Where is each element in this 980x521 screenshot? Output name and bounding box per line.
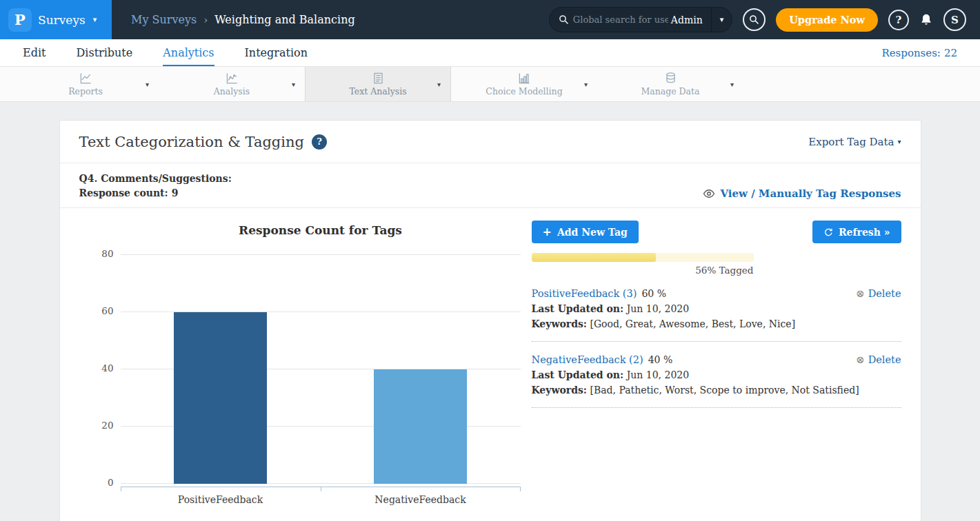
search-scope-dropdown[interactable]: Admin	[668, 14, 711, 25]
chevron-down-icon: ▾	[897, 138, 901, 145]
top-bar: P Surveys ▾ My Surveys › Weighting and B…	[0, 0, 980, 39]
view-link-label: View / Manually Tag Responses	[720, 187, 901, 200]
tag-item: PositiveFeedback (3) 60 % ⊗ Delete Last …	[532, 286, 901, 342]
notifications-bell-icon[interactable]	[919, 13, 933, 27]
help-question-icon: ?	[896, 14, 902, 26]
tab-choice-modelling[interactable]: Choice Modelling ▾	[451, 67, 597, 101]
bar-chart-icon	[518, 72, 531, 85]
tab-manage-data[interactable]: Manage Data ▾	[597, 67, 743, 101]
keywords-label: Keywords:	[532, 385, 588, 396]
updated-value: Jun 10, 2020	[627, 369, 689, 380]
tag-updated: Last Updated on: Jun 10, 2020	[532, 301, 901, 316]
responses-count: Responses: 22	[881, 39, 957, 66]
nav-edit[interactable]: Edit	[23, 39, 46, 66]
nav-distribute[interactable]: Distribute	[76, 39, 132, 66]
refresh-button[interactable]: Refresh »	[812, 221, 901, 243]
tagged-progress-fill	[532, 253, 656, 262]
bar-positivefeedback	[174, 312, 267, 484]
nav-integration[interactable]: Integration	[245, 39, 308, 66]
global-search-box[interactable]: Admin ▾	[549, 7, 732, 32]
bar-negativefeedback	[374, 369, 467, 484]
y-tick-label: 0	[88, 477, 114, 488]
chevron-down-icon[interactable]: ▾	[146, 81, 149, 88]
card-header: Text Categorization & Tagging ? Export T…	[60, 121, 921, 163]
chart-title: Response Count for Tags	[121, 221, 521, 237]
refresh-label: Refresh »	[839, 227, 890, 238]
surveys-menu-label: Surveys	[38, 13, 86, 27]
updated-label: Last Updated on:	[532, 369, 624, 380]
tags-panel: + Add New Tag Refresh » 56% Tagged	[521, 221, 901, 505]
tab-text-analysis[interactable]: Text Analysis ▾	[305, 67, 451, 101]
surveys-menu[interactable]: P Surveys ▾	[0, 0, 112, 39]
analytics-tab-strip: Reports ▾ Analysis ▾ Text Analysis ▾ Cho…	[0, 67, 980, 102]
chevron-down-icon[interactable]: ▾	[437, 81, 441, 88]
nav-analytics[interactable]: Analytics	[163, 39, 214, 66]
responses-label: Responses:	[881, 47, 941, 59]
export-label: Export Tag Data	[808, 136, 894, 148]
view-manually-tag-link[interactable]: View / Manually Tag Responses	[703, 187, 901, 201]
survey-nav: Edit Distribute Analytics Integration Re…	[0, 39, 980, 67]
document-icon	[372, 72, 385, 85]
tag-item: NegativeFeedback (2) 40 % ⊗ Delete Last …	[532, 352, 901, 408]
avatar-letter: S	[951, 14, 959, 26]
delete-tag-button[interactable]: ⊗ Delete	[856, 352, 901, 367]
tab-label: Manage Data	[641, 86, 699, 96]
questionpro-logo[interactable]: P	[8, 8, 32, 32]
tag-percent: 40 %	[648, 352, 673, 367]
question-label: Q4. Comments/Suggestions:	[79, 172, 232, 186]
circle-x-icon: ⊗	[856, 352, 865, 367]
chart-x-axis	[121, 487, 521, 491]
response-count-label: Response count:	[79, 187, 168, 198]
chevron-down-icon[interactable]: ▾	[730, 81, 734, 88]
tag-chart: Response Count for Tags 020406080 Positi…	[79, 221, 521, 505]
page-title: Text Categorization & Tagging	[79, 134, 304, 150]
tag-name-link[interactable]: PositiveFeedback (3)	[532, 286, 637, 301]
database-icon	[664, 72, 677, 85]
help-glyph: ?	[317, 136, 322, 147]
keywords-value: [Bad, Pathetic, Worst, Scope to improve,…	[590, 385, 859, 396]
user-avatar[interactable]: S	[943, 8, 966, 31]
search-input[interactable]	[573, 14, 668, 25]
tags-toolbar: + Add New Tag Refresh »	[532, 221, 901, 243]
question-info: Q4. Comments/Suggestions: Response count…	[79, 172, 232, 201]
help-button[interactable]: ?	[888, 10, 909, 30]
breadcrumb-my-surveys[interactable]: My Surveys	[131, 13, 197, 26]
delete-tag-button[interactable]: ⊗ Delete	[856, 286, 901, 301]
tag-keywords: Keywords: [Good, Great, Awesome, Best, L…	[532, 316, 901, 331]
chart-x-labels: PositiveFeedbackNegativeFeedback	[121, 494, 521, 505]
topbar-actions: Admin ▾ Upgrade Now ? S	[549, 7, 980, 32]
x-tick-label: NegativeFeedback	[321, 494, 521, 505]
tag-name-link[interactable]: NegativeFeedback (2)	[532, 352, 643, 367]
help-icon[interactable]: ?	[312, 134, 327, 150]
add-tag-label: Add New Tag	[557, 227, 628, 238]
upgrade-now-button[interactable]: Upgrade Now	[776, 8, 878, 32]
scope-chevron-down-icon[interactable]: ▾	[711, 8, 732, 32]
tab-label: Choice Modelling	[486, 86, 562, 96]
chevron-down-icon[interactable]: ▾	[584, 81, 588, 88]
updated-value: Jun 10, 2020	[627, 303, 689, 314]
tab-label: Reports	[68, 86, 103, 96]
breadcrumb-current-survey: Weighting and Balancing	[214, 13, 355, 26]
export-tag-data-button[interactable]: Export Tag Data ▾	[808, 136, 901, 148]
search-button[interactable]	[743, 8, 766, 31]
keywords-label: Keywords:	[532, 318, 588, 329]
eye-icon	[703, 187, 715, 200]
tag-percent: 60 %	[641, 286, 666, 301]
delete-label: Delete	[868, 286, 901, 301]
response-count-value: 9	[172, 187, 179, 198]
content-area: Text Categorization & Tagging ? Export T…	[0, 102, 980, 521]
keywords-value: [Good, Great, Awesome, Best, Love, Nice]	[590, 318, 795, 329]
tagged-progress-bar	[532, 253, 754, 262]
add-new-tag-button[interactable]: + Add New Tag	[532, 221, 639, 243]
tab-label: Analysis	[214, 86, 250, 96]
breadcrumb-separator-icon: ›	[203, 14, 208, 26]
trend-chart-icon	[226, 72, 239, 85]
tab-analysis[interactable]: Analysis ▾	[159, 67, 305, 101]
question-row: Q4. Comments/Suggestions: Response count…	[60, 163, 921, 208]
breadcrumb: My Surveys › Weighting and Balancing	[131, 13, 355, 26]
circle-x-icon: ⊗	[856, 286, 865, 301]
chevron-down-icon[interactable]: ▾	[292, 81, 295, 88]
y-tick-label: 40	[88, 362, 114, 374]
responses-value: 22	[944, 47, 957, 59]
tab-reports[interactable]: Reports ▾	[12, 67, 159, 101]
